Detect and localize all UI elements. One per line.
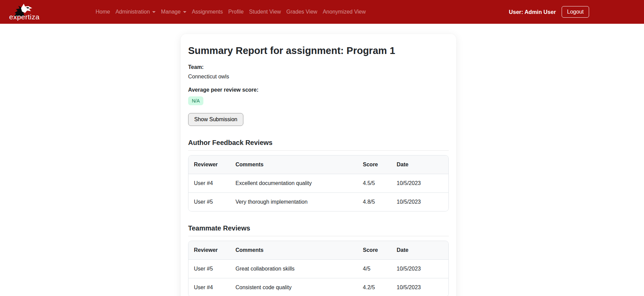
cell-date: 10/5/2023 — [391, 174, 448, 193]
table-row: User #4 Consistent code quality 4.2/5 10… — [188, 278, 448, 296]
nav-item-label: Grades View — [286, 9, 317, 15]
column-header-date: Date — [391, 241, 448, 260]
table-row: User #5 Great collaboration skills 4/5 1… — [188, 260, 448, 278]
avg-score-label: Average peer review score: — [188, 87, 449, 93]
column-header-reviewer: Reviewer — [188, 155, 230, 174]
cell-reviewer: User #5 — [188, 193, 230, 211]
nav-item-home[interactable]: Home — [93, 6, 113, 18]
author-feedback-heading: Author Feedback Reviews — [188, 139, 449, 147]
nav-item-label: Assignments — [192, 9, 223, 15]
cell-score: 4.8/5 — [358, 193, 391, 211]
nav-item-manage[interactable]: Manage — [158, 6, 189, 18]
column-header-comments: Comments — [230, 241, 358, 260]
chevron-down-icon — [152, 11, 156, 13]
cell-comments: Great collaboration skills — [230, 260, 358, 278]
cell-score: 4/5 — [358, 260, 391, 278]
brand-logo[interactable]: expertiza — [8, 2, 41, 22]
author-feedback-table: Reviewer Comments Score Date User #4 Exc… — [188, 155, 449, 211]
column-header-date: Date — [391, 155, 448, 174]
nav-item-label: Profile — [228, 9, 243, 15]
nav-item-student-view[interactable]: Student View — [246, 6, 284, 18]
team-label: Team: — [188, 64, 449, 70]
nav-item-administration[interactable]: Administration — [113, 6, 158, 18]
current-user-label: User: Admin User — [509, 9, 556, 15]
cell-comments: Consistent code quality — [230, 278, 358, 296]
nav-item-assignments[interactable]: Assignments — [189, 6, 226, 18]
page-title: Summary Report for assignment: Program 1 — [188, 45, 449, 56]
column-header-score: Score — [358, 241, 391, 260]
show-submission-button[interactable]: Show Submission — [188, 113, 243, 126]
column-header-score: Score — [358, 155, 391, 174]
summary-report-card: Summary Report for assignment: Program 1… — [181, 34, 456, 296]
cell-date: 10/5/2023 — [391, 278, 448, 296]
nav-item-grades-view[interactable]: Grades View — [284, 6, 320, 18]
table-row: User #4 Excellent documentation quality … — [188, 174, 448, 193]
cell-reviewer: User #4 — [188, 278, 230, 296]
logout-button[interactable]: Logout — [562, 6, 589, 18]
avg-score-badge: N/A — [188, 96, 203, 105]
cell-comments: Excellent documentation quality — [230, 174, 358, 193]
teammate-reviews-heading: Teammate Reviews — [188, 224, 449, 232]
teammate-reviews-table: Reviewer Comments Score Date User #5 Gre… — [188, 241, 449, 296]
nav-item-label: Student View — [249, 9, 281, 15]
brand-name: expertiza — [9, 13, 40, 21]
nav-item-anonymized-view[interactable]: Anonymized View — [320, 6, 368, 18]
column-header-comments: Comments — [230, 155, 358, 174]
cell-reviewer: User #4 — [188, 174, 230, 193]
divider — [188, 236, 449, 236]
cell-score: 4.5/5 — [358, 174, 391, 193]
navbar-right: User: Admin User Logout — [509, 6, 589, 18]
cell-score: 4.2/5 — [358, 278, 391, 296]
nav-item-label: Anonymized View — [323, 9, 366, 15]
chevron-down-icon — [183, 11, 186, 13]
divider — [188, 150, 449, 151]
column-header-reviewer: Reviewer — [188, 241, 230, 260]
table-row: User #5 Very thorough implementation 4.8… — [188, 193, 448, 211]
top-navbar: expertiza Home Administration Manage Ass… — [0, 0, 644, 24]
table-header-row: Reviewer Comments Score Date — [188, 241, 448, 260]
nav-item-label: Manage — [161, 9, 181, 15]
nav-item-label: Home — [96, 9, 110, 15]
cell-reviewer: User #5 — [188, 260, 230, 278]
cell-comments: Very thorough implementation — [230, 193, 358, 211]
nav-item-label: Administration — [116, 9, 150, 15]
team-name: Connecticut owls — [188, 74, 449, 80]
nav-item-profile[interactable]: Profile — [225, 6, 246, 18]
cell-date: 10/5/2023 — [391, 193, 448, 211]
table-header-row: Reviewer Comments Score Date — [188, 155, 448, 174]
main-nav: Home Administration Manage Assignments P… — [93, 6, 368, 18]
cell-date: 10/5/2023 — [391, 260, 448, 278]
